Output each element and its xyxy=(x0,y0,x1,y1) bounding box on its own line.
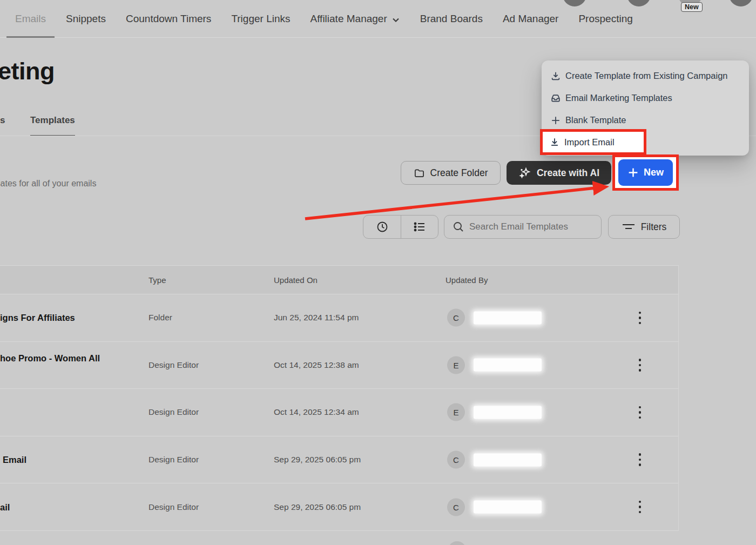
templates-table: Type Updated On Updated By igns For Affi… xyxy=(0,265,679,531)
view-toggle xyxy=(363,215,438,239)
nav-tab-countdown-timers[interactable]: Countdown Timers xyxy=(126,0,211,38)
header-updated-on: Updated On xyxy=(274,275,318,285)
template-type: Design Editor xyxy=(148,502,199,512)
template-type: Design Editor xyxy=(148,360,199,370)
avatar: C xyxy=(447,309,465,327)
nav-tab-snippets[interactable]: Snippets xyxy=(66,0,106,38)
row-menu-button[interactable] xyxy=(634,498,646,516)
template-name: igns For Affiliates xyxy=(0,313,75,323)
filters-button[interactable]: Filters xyxy=(608,215,680,239)
table-row[interactable]: igns For Affiliates Folder Jun 25, 2024 … xyxy=(0,294,678,342)
menu-item-blank-template[interactable]: Blank Template xyxy=(542,109,749,131)
avatar: E xyxy=(447,403,465,421)
clock-icon xyxy=(376,220,389,233)
chevron-down-icon xyxy=(392,16,400,24)
redacted-user-name xyxy=(474,501,542,514)
plus-icon xyxy=(627,167,639,178)
template-name: Email xyxy=(3,455,26,465)
prospecting-new-badge: New xyxy=(681,2,703,12)
filter-icon xyxy=(622,221,636,232)
updated-on: Jun 25, 2024 11:54 pm xyxy=(274,313,359,322)
table-header: Type Updated On Updated By xyxy=(0,265,678,294)
avatar: E xyxy=(447,356,465,374)
new-button[interactable]: New xyxy=(618,159,673,186)
template-type: Folder xyxy=(148,313,172,322)
new-button-annotation-frame: New xyxy=(612,154,679,191)
create-folder-button[interactable]: Create Folder xyxy=(401,161,501,185)
sparkles-icon xyxy=(518,166,531,179)
list-icon xyxy=(413,220,427,233)
menu-item-email-marketing-templates[interactable]: Email Marketing Templates xyxy=(542,87,749,109)
updated-by: C xyxy=(447,309,542,327)
header-updated-by: Updated By xyxy=(446,275,488,285)
row-menu-button[interactable] xyxy=(634,308,646,327)
nav-tab-trigger-links[interactable]: Trigger Links xyxy=(231,0,290,38)
recent-view-button[interactable] xyxy=(363,216,401,238)
menu-item-import-email[interactable]: Import Email xyxy=(540,129,646,155)
import-campaign-icon xyxy=(550,71,561,82)
avatar xyxy=(448,541,466,545)
nav-items: Emails Snippets Countdown Timers Trigger… xyxy=(15,0,633,38)
email-marketing-screen: Emails Snippets Countdown Timers Trigger… xyxy=(0,0,756,545)
table-row[interactable]: ail Design Editor Sep 29, 2025 06:05 pm … xyxy=(0,483,678,531)
page-title: eting xyxy=(0,57,55,85)
template-name: hoe Promo - Women All xyxy=(0,353,100,363)
tab-campaigns-partial[interactable]: s xyxy=(0,111,5,136)
template-type: Design Editor xyxy=(148,455,199,465)
row-menu-button[interactable] xyxy=(634,356,646,374)
updated-on: Sep 29, 2025 06:05 pm xyxy=(274,502,361,512)
header-type: Type xyxy=(148,275,166,285)
row-menu-button[interactable] xyxy=(634,450,646,469)
nav-tab-prospecting[interactable]: Prospecting xyxy=(578,0,632,38)
redacted-user-name xyxy=(474,311,542,324)
updated-on: Oct 14, 2025 12:34 am xyxy=(274,407,359,417)
download-icon xyxy=(549,137,560,147)
table-row[interactable]: Email Design Editor Sep 29, 2025 06:05 p… xyxy=(0,436,678,484)
create-with-ai-button[interactable]: Create with AI xyxy=(507,161,611,185)
updated-by: E xyxy=(447,356,542,374)
top-navigation: Emails Snippets Countdown Timers Trigger… xyxy=(0,0,756,38)
page-subtitle: lates for all of your emails xyxy=(0,179,96,189)
plus-icon xyxy=(550,115,561,126)
redacted-user-name xyxy=(474,453,542,466)
updated-by: E xyxy=(447,403,542,421)
avatar: C xyxy=(447,498,465,516)
nav-tab-ad-manager[interactable]: Ad Manager xyxy=(503,0,559,38)
menu-item-create-template-from-campaign[interactable]: Create Template from Existing Campaign xyxy=(542,65,749,87)
nav-tab-emails[interactable]: Emails xyxy=(15,0,46,38)
row-menu-button[interactable] xyxy=(634,403,646,421)
template-name: ail xyxy=(0,502,10,512)
nav-tab-affiliate-manager[interactable]: Affiliate Manager xyxy=(310,0,400,38)
inbox-icon xyxy=(550,93,561,104)
updated-by: C xyxy=(447,498,542,516)
list-view-button[interactable] xyxy=(401,216,438,238)
updated-on: Sep 29, 2025 06:05 pm xyxy=(274,455,361,465)
redacted-user-name xyxy=(474,406,542,419)
avatar: C xyxy=(447,451,465,469)
template-type: Design Editor xyxy=(148,407,199,417)
search-field-wrap xyxy=(444,215,602,239)
search-icon xyxy=(453,221,464,233)
table-row[interactable]: Design Editor Oct 14, 2025 12:34 am E xyxy=(0,389,678,436)
redacted-user-name xyxy=(474,359,542,372)
updated-on: Oct 14, 2025 12:38 am xyxy=(274,360,359,370)
table-row[interactable]: hoe Promo - Women All Design Editor Oct … xyxy=(0,342,678,389)
topbar-partial-circle xyxy=(729,0,753,6)
folder-icon xyxy=(414,167,425,179)
updated-by: C xyxy=(447,451,542,469)
nav-tab-brand-boards[interactable]: Brand Boards xyxy=(420,0,483,38)
search-input[interactable] xyxy=(444,215,602,239)
tab-templates[interactable]: Templates xyxy=(30,111,75,136)
